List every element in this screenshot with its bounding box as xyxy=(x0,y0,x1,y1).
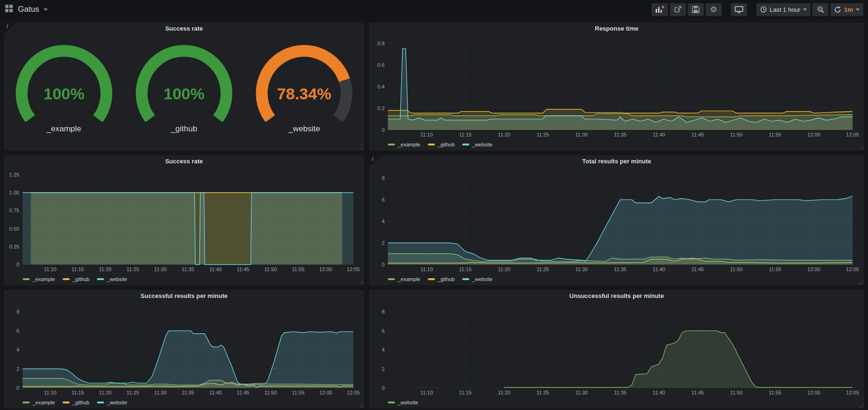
legend-item[interactable]: _github xyxy=(428,142,455,147)
cycle-view-monitor-icon xyxy=(735,6,743,13)
chevron-down-icon[interactable] xyxy=(44,8,48,11)
legend-series-color xyxy=(428,144,435,145)
share-button[interactable] xyxy=(670,3,686,16)
legend-item[interactable]: _website xyxy=(462,142,492,147)
legend-series-label: _example xyxy=(32,276,55,282)
legend-series-color xyxy=(388,278,395,280)
chart-body[interactable]: 11:1011:1511:2011:2511:3011:3511:4011:45… xyxy=(371,302,862,396)
save-button[interactable] xyxy=(688,3,704,16)
svg-text:12:00: 12:00 xyxy=(319,390,332,395)
svg-text:11:30: 11:30 xyxy=(575,266,588,272)
legend-item[interactable]: _github xyxy=(428,276,455,282)
legend-series-label: _website xyxy=(472,142,492,147)
svg-text:11:25: 11:25 xyxy=(537,132,549,137)
svg-text:12:05: 12:05 xyxy=(846,390,859,395)
svg-text:0: 0 xyxy=(382,262,385,267)
legend-series-label: _website xyxy=(107,400,127,405)
chart-body[interactable]: 11:1011:1511:2011:2511:3011:3511:4011:45… xyxy=(371,168,862,273)
legend-item[interactable]: _github xyxy=(63,400,89,405)
legend-item[interactable]: _example xyxy=(23,276,55,282)
add-panel-button[interactable] xyxy=(651,3,668,16)
svg-text:6: 6 xyxy=(382,328,385,334)
svg-text:11:25: 11:25 xyxy=(127,390,139,395)
svg-text:2: 2 xyxy=(16,366,19,372)
settings-gear-icon: ⚙ xyxy=(710,6,717,14)
legend: _example_github_website xyxy=(23,275,127,283)
chart-body[interactable]: 11:1011:1511:2011:2511:3011:3511:4011:45… xyxy=(6,302,362,396)
panel-title[interactable]: Success rate xyxy=(4,155,364,168)
panel-title[interactable]: Success rate xyxy=(4,23,364,35)
svg-text:11:45: 11:45 xyxy=(691,266,704,272)
cycle-view-button[interactable] xyxy=(731,3,747,16)
panel-resize-handle[interactable] xyxy=(859,145,863,149)
gauges-body: 100%_example100%_github78.34%_website xyxy=(4,35,364,151)
series-area-_website xyxy=(23,331,354,388)
gauge-label: _example xyxy=(5,124,123,134)
chart-body[interactable]: 11:1011:1511:2011:2511:3011:3511:4011:45… xyxy=(371,35,862,138)
panel-title[interactable]: Total results per minute xyxy=(369,155,864,168)
svg-text:2: 2 xyxy=(382,240,385,246)
svg-text:0: 0 xyxy=(16,385,19,391)
svg-text:12:05: 12:05 xyxy=(846,132,859,137)
gauge: 78.34%_website xyxy=(245,39,363,134)
legend-series-label: _example xyxy=(32,400,55,405)
svg-text:11:55: 11:55 xyxy=(769,390,781,395)
panel-info-corner[interactable]: i xyxy=(369,155,381,168)
svg-text:11:50: 11:50 xyxy=(730,390,743,395)
legend-series-color xyxy=(97,278,104,280)
settings-button[interactable]: ⚙ xyxy=(706,3,722,16)
svg-text:11:55: 11:55 xyxy=(769,132,781,137)
svg-text:11:20: 11:20 xyxy=(99,266,112,272)
chart-canvas[interactable]: 11:1011:1511:2011:2511:3011:3511:4011:45… xyxy=(371,168,862,273)
chart-body[interactable]: 11:1011:1511:2011:2511:3011:3511:4011:45… xyxy=(6,168,362,273)
legend-item[interactable]: _website xyxy=(462,276,492,282)
panel-title[interactable]: Successful results per minute xyxy=(4,290,364,302)
zoom-out-button[interactable] xyxy=(812,3,828,16)
panel-title[interactable]: Unsuccessful results per minute xyxy=(369,290,864,302)
svg-text:11:30: 11:30 xyxy=(575,132,588,137)
svg-text:11:20: 11:20 xyxy=(498,132,510,137)
legend-item[interactable]: _example xyxy=(23,400,55,405)
svg-text:11:15: 11:15 xyxy=(72,266,84,272)
svg-text:12:00: 12:00 xyxy=(807,266,820,272)
svg-text:11:30: 11:30 xyxy=(575,390,588,395)
svg-text:11:50: 11:50 xyxy=(730,266,743,272)
svg-text:11:35: 11:35 xyxy=(182,266,194,272)
legend-item[interactable]: _example xyxy=(388,276,420,282)
svg-text:12:00: 12:00 xyxy=(319,266,332,272)
panel-resize-handle[interactable] xyxy=(859,280,863,284)
share-icon xyxy=(674,6,682,13)
svg-text:11:50: 11:50 xyxy=(265,266,277,272)
gauge-label: _website xyxy=(245,124,363,134)
chart-canvas[interactable]: 11:1011:1511:2011:2511:3011:3511:4011:45… xyxy=(371,35,862,138)
chart-canvas[interactable]: 11:1011:1511:2011:2511:3011:3511:4011:45… xyxy=(371,302,862,396)
toolbar: ⚙ Last 1 hour xyxy=(650,3,863,16)
panel-resize-handle[interactable] xyxy=(859,403,863,407)
panel-info-corner[interactable]: i xyxy=(4,23,16,35)
refresh-button[interactable]: 1m xyxy=(830,3,863,16)
panel-title[interactable]: Response time xyxy=(369,23,864,35)
legend-item[interactable]: _website xyxy=(97,400,127,405)
svg-text:12:00: 12:00 xyxy=(807,132,820,137)
panel-resize-handle[interactable] xyxy=(359,403,363,407)
panel-resize-handle[interactable] xyxy=(359,280,363,284)
legend-item[interactable]: _github xyxy=(63,276,89,282)
svg-text:12:05: 12:05 xyxy=(347,266,360,272)
dashboard-title[interactable]: Gatus xyxy=(18,5,39,14)
svg-text:8: 8 xyxy=(382,309,385,314)
chart-canvas[interactable]: 11:1011:1511:2011:2511:3011:3511:4011:45… xyxy=(6,302,362,396)
legend-series-color xyxy=(388,144,395,145)
legend-item[interactable]: _website xyxy=(388,400,418,405)
legend-series-label: _github xyxy=(72,276,89,282)
info-icon: i xyxy=(371,156,373,162)
svg-text:11:35: 11:35 xyxy=(614,132,627,137)
legend-series-color xyxy=(462,278,469,280)
legend-item[interactable]: _website xyxy=(97,276,127,282)
legend-item[interactable]: _example xyxy=(388,142,420,147)
panel-resize-handle[interactable] xyxy=(359,145,363,149)
gauge-label: _github xyxy=(125,124,243,134)
dashboard-grid-icon[interactable] xyxy=(5,4,13,15)
chart-canvas[interactable]: 11:1011:1511:2011:2511:3011:3511:4011:45… xyxy=(6,168,362,273)
dashboard-title-group: Gatus xyxy=(5,4,48,15)
time-range-button[interactable]: Last 1 hour xyxy=(756,3,811,16)
